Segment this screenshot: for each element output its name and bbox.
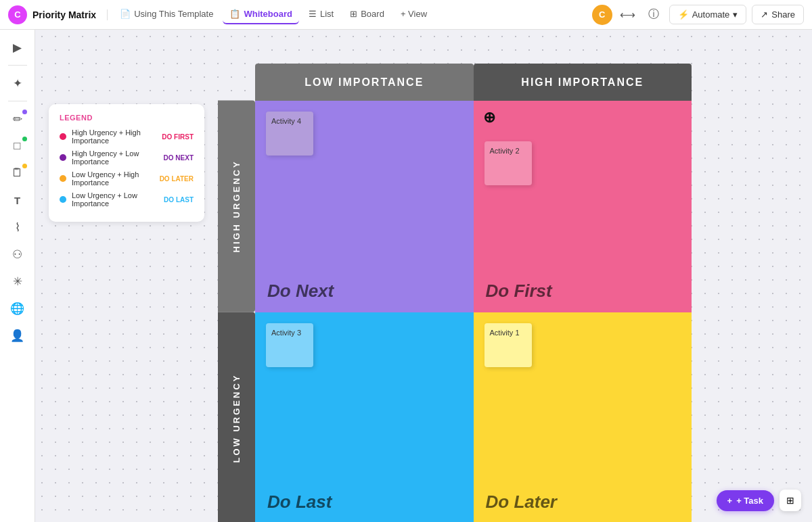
do-later-label: Do Later [486, 492, 557, 513]
do-later-action: DO LATER [160, 175, 194, 183]
pen-icon: ✏ [13, 112, 22, 126]
do-last-action: DO LAST [164, 196, 194, 204]
do-later-dot [60, 175, 66, 182]
tab-whiteboard[interactable]: 📋 Whiteboard [223, 5, 299, 24]
do-next-action: DO NEXT [164, 154, 194, 162]
sparkle-icon: ✦ [13, 76, 22, 91]
expand-icon[interactable]: ⟷ [618, 5, 638, 25]
col-header-high-importance: HIGH IMPORTANCE [474, 64, 692, 101]
connect-icon: ⚇ [12, 247, 22, 262]
legend-item-do-next: High Urgency + Low Importance DO NEXT [60, 149, 194, 166]
marker-tool[interactable]: ⌇ [5, 215, 30, 239]
do-next-label: High Urgency + Low Importance [72, 149, 158, 166]
quadrant-do-later[interactable]: Activity 1 Do Later [474, 312, 692, 523]
share-button[interactable]: ↗ Share [752, 5, 804, 24]
globe-tool[interactable]: 🌐 [5, 296, 30, 321]
effects-icon: ✳ [13, 275, 22, 289]
app-logo: C [8, 5, 27, 24]
sticky-activity3[interactable]: Activity 3 [266, 323, 313, 367]
legend-item-do-last: Low Urgency + Low Importance DO LAST [60, 191, 194, 208]
image-tool[interactable]: 👤 [5, 323, 30, 348]
text-icon: T [14, 195, 20, 206]
globe-icon: 🌐 [10, 302, 24, 316]
automate-button[interactable]: ⚡ Automate ▾ [669, 5, 747, 24]
effects-tool[interactable]: ✳ [5, 269, 30, 293]
add-task-button[interactable]: + + Task [717, 490, 774, 511]
row-header-low-urgency: LOW URGENCY [218, 312, 255, 523]
whiteboard-icon: 📋 [229, 9, 240, 19]
left-toolbar: ▶ ✦ ✏ □ 🗒 T ⌇ ⚇ ✳ 🌐 [0, 30, 35, 522]
do-later-label: Low Urgency + High Importance [72, 170, 154, 187]
tab-add-view[interactable]: + View [394, 5, 434, 24]
pen-dot [22, 110, 27, 114]
quadrant-do-last[interactable]: Activity 3 Do Last [255, 312, 474, 523]
share-icon: ↗ [761, 9, 768, 20]
canvas[interactable]: LEGEND High Urgency + High Importance DO… [35, 30, 812, 522]
do-last-label: Do Last [267, 492, 332, 513]
col-header-low-importance: LOW IMPORTANCE [255, 64, 474, 101]
automate-icon: ⚡ [678, 9, 689, 20]
matrix-corner [218, 64, 255, 101]
portrait-icon: 👤 [10, 329, 24, 343]
tab-using-template[interactable]: 📄 Using This Template [113, 5, 220, 24]
quadrant-do-next[interactable]: Activity 4 Do Next [255, 101, 474, 312]
legend-panel: LEGEND High Urgency + High Importance DO… [49, 104, 204, 222]
nav-right: C ⟷ ⓘ ⚡ Automate ▾ ↗ Share [592, 5, 804, 25]
ai-tool[interactable]: ✦ [5, 71, 30, 95]
using-template-icon: 📄 [120, 9, 131, 19]
marker-icon: ⌇ [15, 220, 20, 235]
sticky-activity4[interactable]: Activity 4 [266, 112, 313, 156]
legend-item-do-later: Low Urgency + High Importance DO LATER [60, 170, 194, 187]
legend-item-do-first: High Urgency + High Importance DO FIRST [60, 128, 194, 145]
sticky-activity2[interactable]: Activity 2 [484, 141, 532, 185]
notes-tool[interactable]: 🗒 [5, 161, 30, 185]
do-first-label: Do First [486, 281, 552, 302]
do-first-label: High Urgency + High Importance [72, 128, 156, 145]
row-header-high-urgency: HIGH URGENCY [218, 101, 255, 312]
tab-list[interactable]: ☰ List [302, 5, 340, 24]
connect-tool[interactable]: ⚇ [5, 242, 30, 266]
do-first-action: DO FIRST [162, 133, 194, 141]
plus-icon: + [727, 496, 733, 506]
do-next-dot [60, 154, 66, 161]
top-nav: C Priority Matrix 📄 Using This Template … [0, 0, 812, 30]
automate-chevron-icon: ▾ [733, 9, 738, 20]
text-tool[interactable]: T [5, 188, 30, 212]
do-next-label: Do Next [267, 281, 334, 302]
notes-icon: 🗒 [12, 166, 23, 180]
pen-tool[interactable]: ✏ [5, 107, 30, 131]
priority-matrix: LOW IMPORTANCE HIGH IMPORTANCE HIGH URGE… [218, 64, 692, 522]
shapes-tool[interactable]: □ [5, 134, 30, 158]
select-tool[interactable]: ▶ [5, 35, 30, 60]
grid-view-button[interactable]: ⊞ [780, 490, 801, 511]
notes-dot [22, 164, 27, 168]
tab-board[interactable]: ⊞ Board [343, 5, 391, 24]
sticky-activity1[interactable]: Activity 1 [484, 323, 532, 367]
shapes-dot [22, 137, 27, 141]
app-title: Priority Matrix [32, 9, 96, 20]
info-icon[interactable]: ⓘ [644, 5, 664, 25]
tool-separator [8, 65, 27, 66]
cursor-icon: ▶ [13, 41, 22, 55]
do-last-label: Low Urgency + Low Importance [72, 191, 158, 208]
grid-icon: ⊞ [786, 495, 794, 506]
do-first-dot [60, 133, 66, 140]
board-icon: ⊞ [350, 9, 357, 19]
nav-separator [107, 9, 108, 20]
tool-separator-2 [8, 101, 27, 101]
legend-title: LEGEND [60, 114, 194, 122]
quadrant-do-first[interactable]: ⊕ Activity 2 Do First [474, 101, 692, 312]
shapes-icon: □ [14, 139, 20, 153]
do-last-dot [60, 196, 66, 203]
user-avatar: C [592, 5, 612, 25]
main-area: ▶ ✦ ✏ □ 🗒 T ⌇ ⚇ ✳ 🌐 [0, 30, 812, 522]
warning-icon: ⊕ [483, 109, 495, 126]
list-icon: ☰ [309, 9, 317, 19]
